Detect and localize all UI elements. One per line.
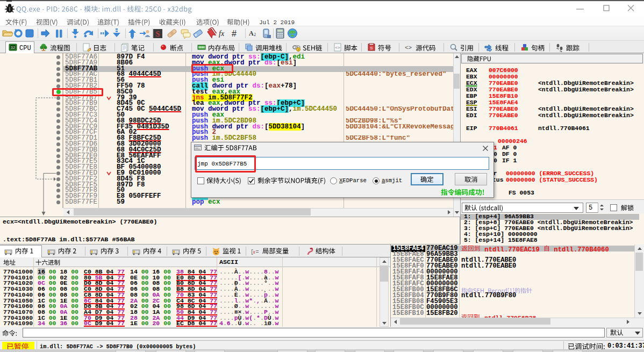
svg-text:32: 32 — [11, 46, 15, 50]
svg-text:A: A — [249, 30, 254, 37]
svg-text:#: # — [232, 29, 237, 38]
svg-text:<>: <> — [405, 45, 412, 51]
svg-text:=]: =] — [256, 249, 260, 255]
svg-text:2: 2 — [254, 32, 256, 37]
svg-text:S: S — [156, 30, 160, 38]
svg-text:fx: fx — [219, 30, 225, 38]
svg-text:S: S — [370, 46, 373, 51]
svg-text:<>: <> — [335, 45, 340, 50]
